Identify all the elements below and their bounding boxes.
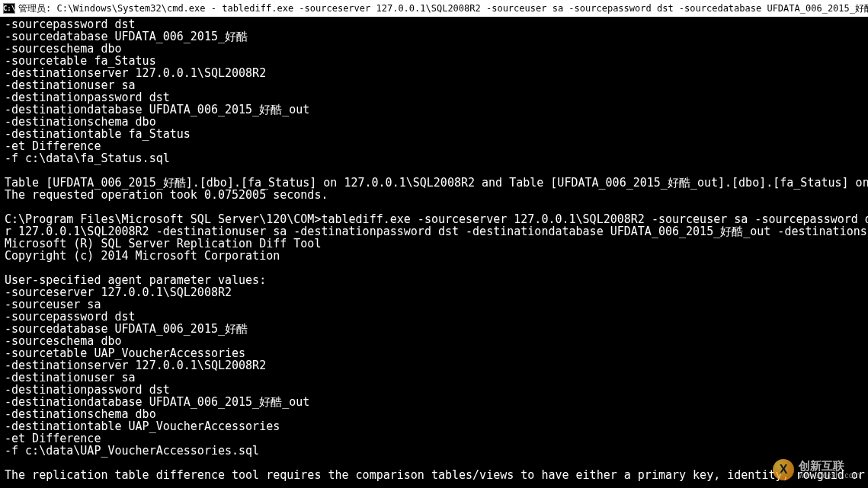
terminal-line: Table [UFDATA_006_2015_好酷].[dbo].[fa_Sta… bbox=[5, 177, 863, 189]
terminal-line: -sourceschema dbo bbox=[5, 43, 863, 55]
terminal-line bbox=[5, 201, 863, 213]
terminal-line: -sourcetable fa_Status bbox=[5, 55, 863, 67]
terminal-line: -sourcetable UAP_VoucherAccessories bbox=[5, 347, 863, 359]
terminal-line bbox=[5, 164, 863, 177]
terminal-line: -sourcepassword dst bbox=[5, 311, 863, 323]
watermark-text-block: 创新互联 www.cdcxhl.com bbox=[799, 460, 860, 480]
terminal-line: -destinationuser sa bbox=[5, 79, 863, 91]
window-titlebar: C:\ 管理员: C:\Windows\System32\cmd.exe - t… bbox=[0, 0, 868, 17]
terminal-line: -sourcedatabase UFDATA_006_2015_好酷 bbox=[5, 30, 863, 43]
terminal-line: -destinationdatabase UFDATA_006_2015_好酷_… bbox=[5, 396, 863, 408]
terminal-line bbox=[5, 262, 863, 274]
terminal-line: -destinationschema dbo bbox=[5, 116, 863, 128]
terminal-line: -destinationserver 127.0.0.1\SQL2008R2 bbox=[5, 67, 863, 79]
terminal-line: -destinationschema dbo bbox=[5, 408, 863, 420]
terminal-line: C:\Program Files\Microsoft SQL Server\12… bbox=[5, 213, 863, 225]
terminal-line: -sourceuser sa bbox=[5, 298, 863, 311]
terminal-line: -destinationserver 127.0.0.1\SQL2008R2 bbox=[5, 359, 863, 372]
terminal-line: -sourcedatabase UFDATA_006_2015_好酷 bbox=[5, 323, 863, 335]
terminal-line: The requested operation took 0.0752005 s… bbox=[5, 189, 863, 201]
terminal-line: -destinationpassword dst bbox=[5, 91, 863, 104]
terminal-line bbox=[5, 457, 863, 469]
window-title: 管理员: C:\Windows\System32\cmd.exe - table… bbox=[18, 2, 868, 15]
terminal-line: -destinationdatabase UFDATA_006_2015_好酷_… bbox=[5, 104, 863, 116]
terminal-line: -sourceserver 127.0.0.1\SQL2008R2 bbox=[5, 286, 863, 298]
terminal-line: -destinationtable UAP_VoucherAccessories bbox=[5, 420, 863, 432]
terminal-line: -et Difference bbox=[5, 140, 863, 152]
terminal-line: -destinationtable fa_Status bbox=[5, 128, 863, 140]
terminal-line: The replication table difference tool re… bbox=[5, 469, 863, 481]
terminal-line: -et Difference bbox=[5, 432, 863, 445]
terminal-line: -f c:\data\UAP_VoucherAccessories.sql bbox=[5, 445, 863, 457]
terminal-line: User-specified agent parameter values: bbox=[5, 274, 863, 286]
terminal-line: Copyright (c) 2014 Microsoft Corporation bbox=[5, 250, 863, 262]
watermark-text: 创新互联 bbox=[799, 460, 860, 471]
terminal-line: -f c:\data\fa_Status.sql bbox=[5, 152, 863, 164]
cmd-icon: C:\ bbox=[3, 3, 15, 14]
watermark-subtext: www.cdcxhl.com bbox=[799, 471, 860, 480]
terminal-line: Microsoft (R) SQL Server Replication Dif… bbox=[5, 238, 863, 250]
terminal-line: r 127.0.0.1\SQL2008R2 -destinationuser s… bbox=[5, 225, 863, 238]
terminal-line: -destinationuser sa bbox=[5, 372, 863, 384]
terminal-output[interactable]: -sourcepassword dst-sourcedatabase UFDAT… bbox=[0, 17, 868, 488]
terminal-line: -destinationpassword dst bbox=[5, 384, 863, 396]
terminal-line: -sourceschema dbo bbox=[5, 335, 863, 347]
terminal-line: -sourcepassword dst bbox=[5, 18, 863, 30]
watermark: X 创新互联 www.cdcxhl.com bbox=[773, 459, 860, 480]
watermark-logo-icon: X bbox=[773, 459, 794, 480]
